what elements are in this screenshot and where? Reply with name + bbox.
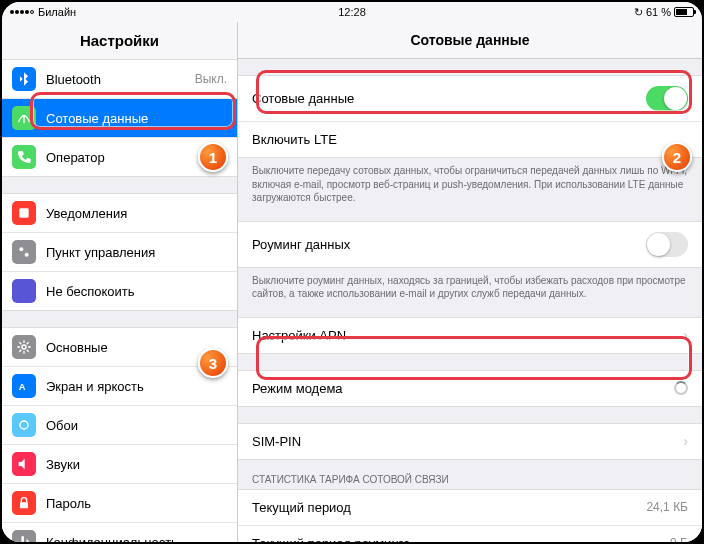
detail-pane: Сотовые данные Сотовые данные Включить L… bbox=[238, 22, 702, 542]
sidebar-title: Настройки bbox=[2, 22, 237, 60]
sidebar-item-cellular[interactable]: Сотовые данные bbox=[2, 99, 237, 138]
row-roaming[interactable]: Роуминг данных bbox=[238, 222, 702, 267]
svg-rect-0 bbox=[19, 208, 28, 217]
row-label: Настройки APN bbox=[252, 328, 677, 343]
notifications-icon bbox=[12, 201, 36, 225]
row-sim-pin[interactable]: SIM-PIN › bbox=[238, 424, 702, 459]
gear-icon bbox=[12, 335, 36, 359]
sidebar-item-label: Звуки bbox=[46, 457, 227, 472]
sidebar-item-passcode[interactable]: Пароль bbox=[2, 484, 237, 523]
sidebar-item-label: Экран и яркость bbox=[46, 379, 227, 394]
sidebar-item-dnd[interactable]: Не беспокоить bbox=[2, 272, 237, 310]
row-hotspot[interactable]: Режим модема bbox=[238, 371, 702, 406]
phone-icon bbox=[12, 145, 36, 169]
lock-icon bbox=[12, 491, 36, 515]
settings-sidebar: Настройки Bluetooth Выкл. Сотовые данные… bbox=[2, 22, 238, 542]
battery-icon bbox=[674, 7, 694, 17]
row-label: Включить LTE bbox=[252, 132, 688, 147]
sidebar-item-bluetooth[interactable]: Bluetooth Выкл. bbox=[2, 60, 237, 99]
row-value: 24,1 КБ bbox=[646, 500, 688, 514]
control-center-icon bbox=[12, 240, 36, 264]
sidebar-item-label: Не беспокоить bbox=[46, 284, 227, 299]
row-label: Режим модема bbox=[252, 381, 674, 396]
sidebar-item-privacy[interactable]: Конфиденциальность bbox=[2, 523, 237, 542]
cellular-toggle[interactable] bbox=[646, 86, 688, 111]
detail-title: Сотовые данные bbox=[238, 22, 702, 59]
carrier-label: Билайн bbox=[38, 6, 76, 18]
row-roaming-period[interactable]: Текущий период роуминга 0 Б bbox=[238, 526, 702, 543]
signal-dots bbox=[10, 10, 34, 14]
sidebar-item-label: Пароль bbox=[46, 496, 227, 511]
display-icon: A bbox=[12, 374, 36, 398]
lte-footnote: Выключите передачу сотовых данных, чтобы… bbox=[238, 158, 702, 205]
sidebar-item-control-center[interactable]: Пункт управления bbox=[2, 233, 237, 272]
sidebar-item-notifications[interactable]: Уведомления bbox=[2, 194, 237, 233]
cellular-icon bbox=[12, 106, 36, 130]
svg-point-2 bbox=[25, 253, 29, 257]
sidebar-item-label: Основные bbox=[46, 340, 227, 355]
wallpaper-icon bbox=[12, 413, 36, 437]
chevron-icon: › bbox=[683, 434, 688, 448]
sidebar-item-sounds[interactable]: Звуки bbox=[2, 445, 237, 484]
sidebar-item-label: Обои bbox=[46, 418, 227, 433]
row-label: Текущий период роуминга bbox=[252, 536, 670, 543]
sidebar-item-label: Bluetooth bbox=[46, 72, 195, 87]
stats-header: СТАТИСТИКА ТАРИФА СОТОВОЙ СВЯЗИ bbox=[238, 460, 702, 489]
bluetooth-icon bbox=[12, 67, 36, 91]
speaker-icon bbox=[12, 452, 36, 476]
roaming-toggle[interactable] bbox=[646, 232, 688, 257]
chevron-icon: › bbox=[683, 328, 688, 342]
row-apn[interactable]: Настройки APN › bbox=[238, 318, 702, 353]
status-bar: Билайн 12:28 ↻ 61 % bbox=[2, 2, 702, 22]
sidebar-item-label: Пункт управления bbox=[46, 245, 227, 260]
sidebar-item-general[interactable]: Основные bbox=[2, 328, 237, 367]
svg-text:A: A bbox=[19, 382, 26, 392]
sidebar-item-display[interactable]: A Экран и яркость bbox=[2, 367, 237, 406]
sidebar-item-label: Уведомления bbox=[46, 206, 227, 221]
row-value: 0 Б bbox=[670, 536, 688, 542]
sidebar-item-carrier[interactable]: Оператор › bbox=[2, 138, 237, 176]
battery-percent: ↻ 61 % bbox=[634, 6, 671, 19]
sidebar-item-label: Оператор bbox=[46, 150, 216, 165]
row-current-period[interactable]: Текущий период 24,1 КБ bbox=[238, 490, 702, 526]
svg-rect-6 bbox=[20, 502, 28, 508]
svg-point-1 bbox=[19, 247, 23, 251]
sidebar-item-wallpaper[interactable]: Обои bbox=[2, 406, 237, 445]
hand-icon bbox=[12, 530, 36, 542]
roaming-footnote: Выключите роуминг данных, находясь за гр… bbox=[238, 268, 702, 301]
svg-point-3 bbox=[22, 345, 26, 349]
row-label: Сотовые данные bbox=[252, 91, 646, 106]
sidebar-item-label: Конфиденциальность bbox=[46, 535, 227, 543]
row-cellular-data[interactable]: Сотовые данные bbox=[238, 76, 702, 122]
row-label: SIM-PIN bbox=[252, 434, 677, 449]
sidebar-item-label: Сотовые данные bbox=[46, 111, 227, 126]
sidebar-item-status: Выкл. bbox=[195, 72, 227, 86]
clock: 12:28 bbox=[338, 6, 366, 18]
row-label: Текущий период bbox=[252, 500, 646, 515]
row-label: Роуминг данных bbox=[252, 237, 646, 252]
svg-point-5 bbox=[20, 421, 28, 429]
row-lte[interactable]: Включить LTE bbox=[238, 122, 702, 157]
spinner-icon bbox=[674, 381, 688, 395]
moon-icon bbox=[12, 279, 36, 303]
chevron-icon: › bbox=[222, 150, 227, 164]
